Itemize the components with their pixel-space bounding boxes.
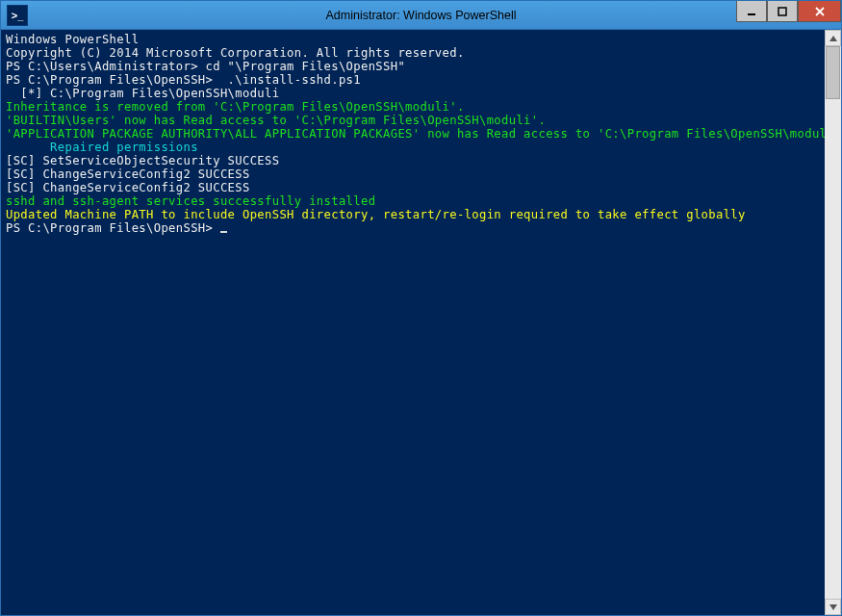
terminal-output[interactable]: Windows PowerShellCopyright (C) 2014 Mic… bbox=[1, 30, 825, 615]
icon-glyph: >_ bbox=[12, 10, 24, 21]
terminal-line: [SC] ChangeServiceConfig2 SUCCESS bbox=[6, 181, 822, 194]
terminal-line: Copyright (C) 2014 Microsoft Corporation… bbox=[6, 46, 822, 60]
svg-marker-4 bbox=[829, 36, 837, 41]
maximize-button[interactable] bbox=[767, 1, 798, 22]
scrollbar-track[interactable] bbox=[825, 46, 841, 599]
window-controls bbox=[736, 1, 841, 29]
terminal-prompt[interactable]: PS C:\Program Files\OpenSSH> bbox=[6, 221, 822, 235]
terminal-line: Repaired permissions bbox=[6, 141, 822, 154]
prompt-text: PS C:\Program Files\OpenSSH> bbox=[6, 221, 220, 235]
powershell-window: >_ Administrator: Windows PowerShell Win… bbox=[0, 0, 842, 616]
powershell-icon: >_ bbox=[7, 5, 28, 26]
scroll-down-button[interactable] bbox=[825, 599, 841, 615]
close-button[interactable] bbox=[798, 1, 841, 22]
window-title: Administrator: Windows PowerShell bbox=[1, 9, 841, 22]
svg-rect-1 bbox=[778, 8, 786, 15]
terminal-line: sshd and ssh-agent services successfully… bbox=[6, 194, 822, 208]
svg-marker-5 bbox=[829, 604, 837, 610]
terminal-line: [SC] SetServiceObjectSecurity SUCCESS bbox=[6, 154, 822, 167]
terminal-line: PS C:\Program Files\OpenSSH> .\install-s… bbox=[6, 73, 822, 87]
terminal-line: Inheritance is removed from 'C:\Program … bbox=[6, 100, 822, 114]
terminal-line: 'APPLICATION PACKAGE AUTHORITY\ALL APPLI… bbox=[6, 127, 822, 141]
terminal-line: PS C:\Users\Administrator> cd "\Program … bbox=[6, 60, 822, 73]
scrollbar-thumb[interactable] bbox=[826, 46, 840, 99]
terminal-line: Updated Machine PATH to include OpenSSH … bbox=[6, 208, 822, 221]
terminal-line: [SC] ChangeServiceConfig2 SUCCESS bbox=[6, 167, 822, 181]
scroll-up-button[interactable] bbox=[825, 30, 841, 46]
terminal-area: Windows PowerShellCopyright (C) 2014 Mic… bbox=[1, 30, 841, 615]
minimize-button[interactable] bbox=[736, 1, 767, 22]
terminal-line: Windows PowerShell bbox=[6, 33, 822, 46]
terminal-line: 'BUILTIN\Users' now has Read access to '… bbox=[6, 114, 822, 127]
vertical-scrollbar[interactable] bbox=[825, 30, 841, 615]
terminal-line: [*] C:\Program Files\OpenSSH\moduli bbox=[6, 87, 822, 100]
titlebar[interactable]: >_ Administrator: Windows PowerShell bbox=[1, 1, 841, 30]
cursor bbox=[220, 231, 227, 233]
